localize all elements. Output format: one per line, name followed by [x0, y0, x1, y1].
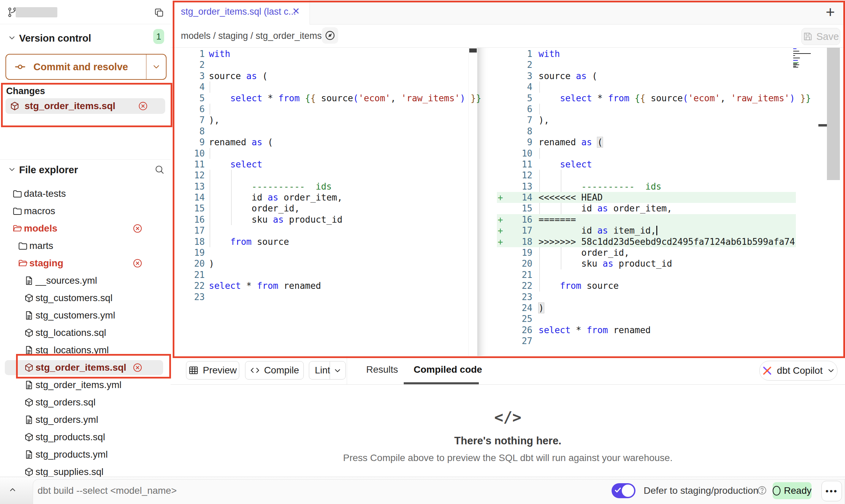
code-line-11: 11 select	[171, 159, 468, 170]
copy-icon[interactable]	[154, 7, 164, 18]
line-number: 7	[171, 115, 205, 125]
tree-item-stg-customers-sql[interactable]: stg_customers.sql	[0, 290, 171, 307]
file-tree[interactable]: data-testsmacrosmodelsmartsstaging__sour…	[0, 185, 171, 477]
tree-item-marts[interactable]: marts	[0, 237, 171, 255]
tree-item-stg-locations-sql[interactable]: stg_locations.sql	[0, 324, 171, 342]
commit-and-resolve-button[interactable]: Commit and resolve	[5, 54, 167, 80]
changes-title: Changes	[6, 86, 45, 97]
tree-item-stg-supplies-sql[interactable]: stg_supplies.sql	[0, 463, 171, 477]
tree-item-staging[interactable]: staging	[0, 255, 171, 272]
discard-change-icon[interactable]	[132, 362, 143, 373]
tree-item-stg-order-items-sql[interactable]: stg_order_items.sql	[0, 359, 171, 376]
left-pane-scrollbar-thumb[interactable]	[469, 48, 477, 53]
folder-icon	[12, 189, 23, 199]
tab-close-icon[interactable]: ✕	[292, 6, 300, 17]
save-button[interactable]: Save	[801, 28, 840, 45]
line-content	[539, 104, 845, 115]
tab-compiled-code[interactable]: Compiled code	[414, 364, 482, 375]
preview-button[interactable]: Preview	[186, 361, 239, 380]
line-number: 6	[171, 104, 205, 115]
tab-results[interactable]: Results	[366, 364, 398, 375]
line-content: renamed as (	[209, 137, 468, 148]
tree-item-data-tests[interactable]: data-tests	[0, 185, 171, 203]
code-line-9: 9renamed as (	[478, 137, 845, 148]
discard-change-icon[interactable]	[138, 101, 148, 111]
tree-item-stg-products-sql[interactable]: stg_products.sql	[0, 429, 171, 446]
indent-guide	[539, 181, 540, 192]
save-floppy-icon	[803, 31, 813, 42]
new-tab-plus-icon[interactable]: +	[822, 3, 839, 20]
code-line-6: 6	[171, 104, 468, 115]
line-content: source as (	[539, 71, 845, 81]
help-icon[interactable]	[757, 485, 767, 495]
diff-editor: 1with23source as (45 select * from {{ so…	[171, 48, 845, 356]
indent-guide	[561, 258, 561, 269]
line-content: )	[209, 258, 468, 269]
code-line-14: 14 id as order_item,	[171, 192, 468, 203]
line-content: select	[209, 159, 468, 170]
diff-plus-gutter	[478, 203, 504, 214]
editor-pane-current[interactable]: 1with23source as (45 select * from {{ so…	[478, 48, 845, 356]
tree-item-label: __sources.yml	[35, 275, 97, 286]
discard-change-icon[interactable]	[132, 258, 143, 268]
tree-item-macros[interactable]: macros	[0, 203, 171, 220]
code-line-19: 19 order_id,	[478, 247, 845, 258]
version-control-title: Version control	[19, 33, 91, 44]
code-line-16: 16 sku as product_id	[171, 214, 468, 225]
tree-item-label: stg_products.sql	[35, 432, 105, 443]
indent-guide	[210, 192, 210, 203]
indent-guide	[539, 258, 540, 269]
line-number: 1	[504, 48, 532, 59]
docs-orb-icon[interactable]	[322, 27, 338, 44]
version-control-chevron-icon[interactable]	[8, 33, 16, 42]
diff-plus-gutter	[478, 59, 504, 70]
line-number: 23	[504, 292, 532, 302]
dbt-copilot-button[interactable]: dbt Copilot	[759, 361, 837, 381]
line-content: <<<<<<< HEAD	[539, 192, 845, 203]
tree-item-models[interactable]: models	[0, 220, 171, 237]
changes-file-name: stg_order_items.sql	[25, 101, 115, 112]
status-badge[interactable]: Ready	[773, 482, 812, 499]
line-content: sku as product_id	[209, 214, 468, 225]
editor-pane-previous[interactable]: 1with23source as (45 select * from {{ so…	[171, 48, 468, 356]
lint-button[interactable]: Lint	[309, 361, 346, 380]
breadcrumb: models / staging / stg_order_items.sql	[181, 31, 336, 41]
line-content: from source	[209, 236, 468, 247]
sidebar: Version control 1 Commit and resolve Cha…	[0, 0, 171, 477]
line-content	[209, 225, 468, 236]
code-line-27: 27	[478, 336, 845, 346]
tree-item-stg-customers-yml[interactable]: stg_customers.yml	[0, 307, 171, 324]
folder-icon	[12, 206, 23, 216]
overflow-menu-button[interactable]: •••	[821, 481, 842, 501]
tree-item-stg-products-yml[interactable]: stg_products.yml	[0, 446, 171, 463]
indent-guide	[231, 214, 232, 225]
command-placeholder: dbt build --select <model_name>	[38, 485, 177, 496]
expand-caret-icon[interactable]	[8, 485, 18, 495]
folder-icon	[18, 241, 28, 251]
doc-icon	[24, 345, 34, 355]
commit-dropdown-chevron-icon[interactable]	[152, 62, 161, 72]
active-tab-underline	[404, 382, 479, 384]
tree-item-stg-order-items-yml[interactable]: stg_order_items.yml	[0, 376, 171, 394]
tree-item-stg-orders-yml[interactable]: stg_orders.yml	[0, 411, 171, 429]
tree-item-stg-orders-sql[interactable]: stg_orders.sql	[0, 394, 171, 411]
changes-file-item[interactable]: stg_order_items.sql	[5, 98, 165, 114]
file-explorer-chevron-icon[interactable]	[8, 165, 16, 174]
table-grid-icon	[188, 365, 199, 375]
tree-item--sources-yml[interactable]: __sources.yml	[0, 272, 171, 290]
discard-change-icon[interactable]	[132, 223, 143, 234]
search-icon[interactable]	[154, 164, 164, 175]
defer-toggle[interactable]	[612, 483, 635, 498]
text-cursor	[656, 226, 657, 235]
code-slash-icon: </>	[171, 409, 845, 426]
code-line-3: 3source as (	[171, 71, 468, 81]
diff-plus-gutter	[478, 336, 504, 346]
tab-stg-order-items[interactable]: stg_order_items.sql (last c... ✕	[171, 0, 310, 25]
lint-dropdown-chevron-icon[interactable]	[333, 366, 342, 375]
compile-button[interactable]: Compile	[245, 361, 304, 380]
compile-label: Compile	[264, 365, 299, 376]
tree-item-label: macros	[24, 206, 55, 217]
tree-item-stg-locations-yml[interactable]: stg_locations.yml	[0, 342, 171, 359]
status-circle-icon	[773, 486, 780, 495]
line-content	[539, 269, 845, 280]
